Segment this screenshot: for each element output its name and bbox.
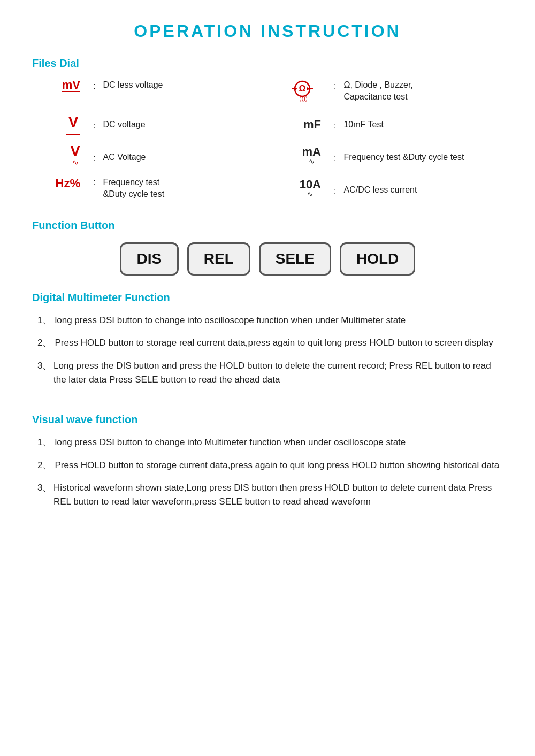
dial-item-mf: mF : 10mF Test (284, 111, 503, 138)
svg-text:)))): )))) (300, 95, 308, 102)
dial-item-omega: Ω )))) : Ω, Diode , Buzzer,Capacitance t… (284, 79, 503, 106)
hz-symbol: Hz% (56, 177, 80, 190)
files-dial-section: Files Dial mV : DC less voltage Ω (32, 57, 503, 203)
rel-button[interactable]: REL (187, 242, 250, 276)
hz-symbol-wrap: Hz% (43, 177, 86, 190)
dial-item-hz: Hz% : Frequency test&Duty cycle test (43, 177, 262, 203)
tena-colon: : (334, 186, 336, 196)
svg-marker-3 (295, 87, 297, 90)
vw-list-num-3: 3、 (37, 481, 50, 495)
button-row: DIS REL SELE HOLD (32, 242, 503, 276)
vdc-colon: : (93, 121, 95, 131)
vac-colon: : (93, 154, 95, 163)
vw-list-num-2: 2、 (37, 459, 51, 472)
vac-symbol: V ∿ (70, 143, 80, 166)
files-dial-title: Files Dial (32, 57, 503, 70)
hold-button[interactable]: HOLD (340, 242, 415, 276)
omega-symbol-wrap: Ω )))) (284, 79, 326, 103)
omega-colon: : (334, 81, 336, 91)
mv-symbol-wrap: mV (43, 79, 86, 93)
ma-symbol: mA ∿ (302, 146, 321, 165)
list-item: 2、 Press HOLD button to storage real cur… (37, 336, 503, 350)
tena-symbol: 10A ∿ (300, 179, 321, 197)
list-text-1: long press DSI button to change into osc… (55, 314, 406, 327)
sele-button[interactable]: SELE (259, 242, 331, 276)
list-item: 1、 long press DSI button to change into … (37, 436, 503, 449)
list-item: 1、 long press DSI button to change into … (37, 314, 503, 327)
list-num-1: 1、 (37, 314, 51, 327)
svg-text:Ω: Ω (299, 84, 306, 93)
mf-symbol: mF (303, 118, 321, 132)
list-num-2: 2、 (37, 336, 51, 350)
mf-colon: : (334, 121, 336, 131)
dis-button[interactable]: DIS (120, 242, 179, 276)
hz-desc: Frequency test&Duty cycle test (103, 177, 164, 201)
dial-item-10a: 10A ∿ : AC/DC less current (284, 177, 503, 203)
vac-desc: AC Voltage (103, 151, 146, 163)
digital-multimeter-list: 1、 long press DSI button to change into … (37, 314, 503, 387)
vdc-symbol: V —— (66, 114, 80, 135)
dial-grid: mV : DC less voltage Ω )))) (43, 79, 503, 203)
digital-multimeter-title: Digital Multimeter Function (32, 292, 503, 304)
vw-list-text-1: long press DSI button to change into Mul… (55, 436, 406, 449)
omega-icon: Ω )))) (289, 79, 315, 103)
digital-multimeter-section: Digital Multimeter Function 1、 long pres… (32, 292, 503, 387)
ma-desc: Frequency test &Duty cycle test (343, 151, 464, 163)
list-text-2: Press HOLD button to storage real curren… (55, 336, 493, 350)
vdc-desc: DC voltage (103, 119, 145, 131)
mv-desc: DC less voltage (103, 79, 163, 91)
list-item: 2、 Press HOLD button to storage current … (37, 459, 503, 472)
vw-list-text-2: Press HOLD button to storage current dat… (55, 459, 499, 472)
hz-colon: : (93, 178, 95, 187)
visual-wave-list: 1、 long press DSI button to change into … (37, 436, 503, 509)
tena-symbol-wrap: 10A ∿ (284, 179, 326, 202)
vdc-symbol-wrap: V —— (43, 114, 86, 135)
vac-symbol-wrap: V ∿ (43, 143, 86, 171)
dial-item-vdc: V —— : DC voltage (43, 111, 262, 138)
vw-list-num-1: 1、 (37, 436, 51, 449)
mf-desc: 10mF Test (343, 119, 383, 131)
visual-wave-title: Visual wave function (32, 414, 503, 426)
visual-wave-section: Visual wave function 1、 long press DSI b… (32, 414, 503, 509)
mv-symbol: mV (62, 79, 80, 93)
mv-colon: : (93, 81, 95, 91)
function-button-section: Function Button DIS REL SELE HOLD (32, 219, 503, 276)
list-item: 3、 Long press the DIS button and press t… (37, 359, 503, 387)
mf-symbol-wrap: mF (284, 118, 326, 132)
vw-list-text-3: Historical waveform shown state,Long pre… (54, 481, 503, 509)
list-num-3: 3、 (37, 359, 50, 373)
list-text-3: Long press the DIS button and press the … (54, 359, 503, 387)
dial-item-mv: mV : DC less voltage (43, 79, 262, 106)
function-button-title: Function Button (32, 219, 503, 232)
list-item: 3、 Historical waveform shown state,Long … (37, 481, 503, 509)
dial-item-vac: V ∿ : AC Voltage (43, 143, 262, 171)
ma-colon: : (334, 154, 336, 163)
dial-item-ma: mA ∿ : Frequency test &Duty cycle test (284, 143, 503, 171)
tena-desc: AC/DC less current (343, 184, 417, 196)
ma-symbol-wrap: mA ∿ (284, 146, 326, 169)
omega-desc: Ω, Diode , Buzzer,Capacitance test (343, 79, 412, 103)
page-title: OPERATION INSTRUCTION (32, 21, 503, 41)
